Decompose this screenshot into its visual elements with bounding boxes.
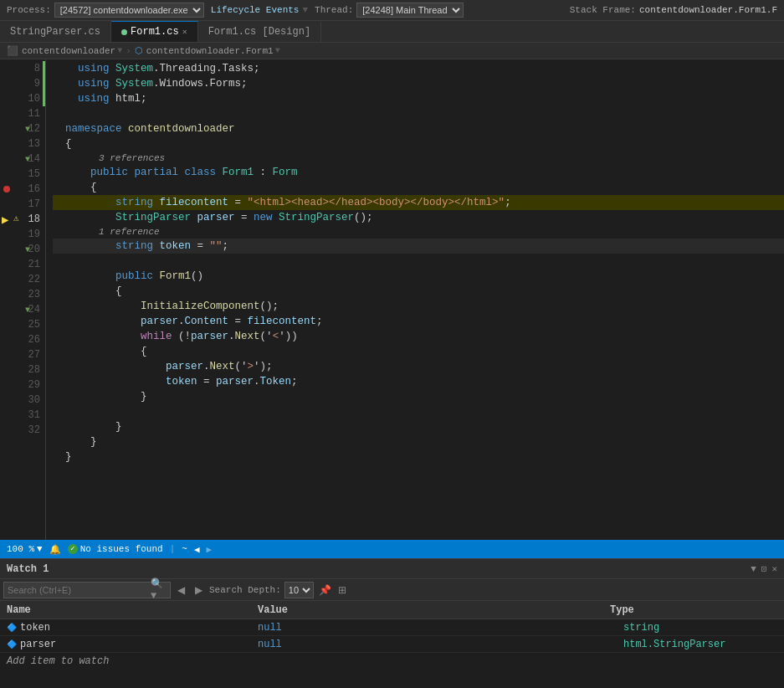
code-line-19 [53, 254, 784, 269]
breadcrumb-icon: ⬛ [7, 45, 18, 56]
zoom-down-icon[interactable]: ▼ [37, 544, 43, 554]
watch-pin-icon[interactable]: 📌 [317, 583, 333, 598]
watch-close-icon[interactable]: ✕ [771, 563, 777, 574]
add-watch-label: Add item to watch [7, 655, 109, 667]
breadcrumb-right[interactable]: contentdownloader.Form1 ▼ [146, 46, 280, 56]
nav-next-icon[interactable]: ▶ [207, 544, 213, 555]
line-32: 32 [0, 423, 45, 438]
watch-columns-icon[interactable]: ⊞ [336, 583, 348, 598]
depth-select[interactable]: 10 [284, 582, 314, 598]
watch-search-input[interactable] [4, 585, 147, 595]
watch-panel: Watch 1 ▼ ⊡ ✕ 🔍▼ ◀ ▶ Search Depth: 10 📌 … [0, 558, 784, 688]
watch-row-parser[interactable]: 🔷 parser null html.StringParser [0, 636, 784, 653]
col-header-type: Type [603, 603, 771, 618]
collapse-icon-12[interactable]: ▼ [25, 125, 30, 134]
code-line-29 [53, 404, 784, 419]
depth-label: Search Depth: [209, 585, 281, 595]
line-10: 10 [0, 91, 45, 106]
tab-stringparser[interactable]: StringParser.cs [0, 22, 111, 42]
issues-text: No issues found [80, 544, 163, 554]
code-line-30: } [53, 419, 784, 434]
watch-rows: 🔷 token null string 🔷 parser null html.S… [0, 619, 784, 688]
zoom-level[interactable]: 100 % ▼ [7, 544, 43, 554]
issues-check-icon: ✓ [68, 544, 78, 554]
code-line-32: } [53, 449, 784, 465]
code-line-26: parser.Next('>'); [53, 359, 784, 374]
watch-nav-forward[interactable]: ▶ [192, 583, 206, 598]
watch-header-actions: ▼ ⊡ ✕ [751, 563, 777, 574]
watch-detach-icon[interactable]: ⊡ [761, 563, 767, 574]
line-23: 23 [0, 287, 45, 302]
collapse-icon-14[interactable]: ▼ [25, 155, 30, 164]
code-line-15: { [53, 180, 784, 195]
tab-label: Form1.cs [131, 26, 179, 38]
col-header-value: Value [251, 603, 603, 618]
thread-dropdown[interactable]: [24248] Main Thread [356, 3, 464, 18]
breadcrumb-left[interactable]: contentdownloader ▼ [22, 46, 122, 56]
tab-form1cs[interactable]: Form1.cs ✕ [111, 21, 198, 42]
watch-toolbar: 🔍▼ ◀ ▶ Search Depth: 10 📌 ⊞ [0, 579, 784, 601]
line-31: 31 [0, 408, 45, 423]
add-watch-item[interactable]: Add item to watch [0, 653, 784, 670]
tab-close-icon[interactable]: ✕ [182, 27, 187, 37]
current-line-arrow: ▶ [2, 213, 8, 227]
lifecycle-label[interactable]: Lifecycle Events [211, 5, 300, 15]
line-28: 28 [0, 362, 45, 377]
watch-search-box[interactable]: 🔍▼ [3, 582, 171, 598]
code-line-27: token = parser.Token; [53, 374, 784, 389]
watch-cell-token-type: string [617, 622, 784, 634]
code-editor[interactable]: using System.Threading.Tasks; using Syst… [46, 59, 784, 540]
code-line-31: } [53, 434, 784, 449]
watch-cell-parser-value: null [251, 639, 617, 650]
search-dropdown-icon[interactable]: 🔍▼ [147, 578, 170, 602]
squiggle-icon[interactable]: ~ [182, 544, 187, 554]
breadcrumb-left-text: contentdownloader [22, 46, 115, 56]
nav-prev-icon[interactable]: ◀ [194, 544, 200, 555]
line-17: 17 [0, 197, 45, 212]
line-21: 21 [0, 257, 45, 272]
code-line-28: } [53, 389, 784, 404]
watch-header: Watch 1 ▼ ⊡ ✕ [0, 559, 784, 579]
bell-icon[interactable]: 🔔 [49, 544, 61, 555]
modified-dot [121, 29, 127, 35]
breadcrumb-right-icon: ⬡ [135, 45, 143, 56]
watch-title: Watch 1 [7, 563, 49, 575]
code-line-10: using html; [53, 91, 784, 106]
line-14: ▼ 14 [0, 151, 45, 167]
watch-collapse-icon[interactable]: ▼ [751, 564, 756, 574]
code-line-16: string filecontent = "<html><head></head… [53, 195, 784, 210]
collapse-icon-20[interactable]: ▼ [25, 245, 30, 254]
tab-label: StringParser.cs [10, 26, 100, 38]
line-13: 13 [0, 136, 45, 151]
code-line-23: parser.Content = filecontent; [53, 314, 784, 329]
tab-form1design[interactable]: Form1.cs [Design] [198, 22, 321, 42]
code-line-18: string token = ""; [53, 239, 784, 254]
line-19: 19 [0, 227, 45, 242]
code-line-18-ref: 1 reference [53, 225, 784, 239]
watch-nav-back[interactable]: ◀ [174, 583, 188, 598]
tab-bar: StringParser.cs Form1.cs ✕ Form1.cs [Des… [0, 21, 784, 43]
process-dropdown[interactable]: [24572] contentdownloader.exe [54, 3, 204, 18]
status-bar: 100 % ▼ 🔔 ✓ No issues found | ~ ◀ ▶ [0, 540, 784, 558]
code-line-24: while (!parser.Next('<')) [53, 329, 784, 344]
collapse-icon-24[interactable]: ▼ [25, 305, 30, 315]
line-8: 8 [0, 61, 45, 76]
editor-area: 8 9 10 11 ▼ 12 13 ▼ 14 15 16 17 ▶ ⚠ 18 1… [0, 59, 784, 540]
line-29: 29 [0, 377, 45, 393]
tab-label: Form1.cs [Design] [208, 26, 310, 38]
process-bar: Process: [24572] contentdownloader.exe L… [0, 0, 784, 21]
watch-column-headers: Name Value Type [0, 601, 784, 619]
breakpoint-dot[interactable] [3, 186, 10, 193]
process-label: Process: [7, 5, 51, 15]
line-15: 15 [0, 167, 45, 182]
watch-cell-token-value: null [251, 622, 617, 634]
stackframe-label: Stack Frame: [570, 5, 636, 15]
watch-row-token[interactable]: 🔷 token null string [0, 619, 784, 636]
line-26: 26 [0, 332, 45, 347]
line-12: ▼ 12 [0, 121, 45, 136]
line-24: ▼ 24 [0, 302, 45, 317]
code-line-17: StringParser parser = new StringParser()… [53, 210, 784, 225]
breadcrumb-right-text: contentdownloader.Form1 [146, 46, 274, 56]
line-gutter: 8 9 10 11 ▼ 12 13 ▼ 14 15 16 17 ▶ ⚠ 18 1… [0, 59, 46, 540]
code-line-11 [53, 106, 784, 121]
